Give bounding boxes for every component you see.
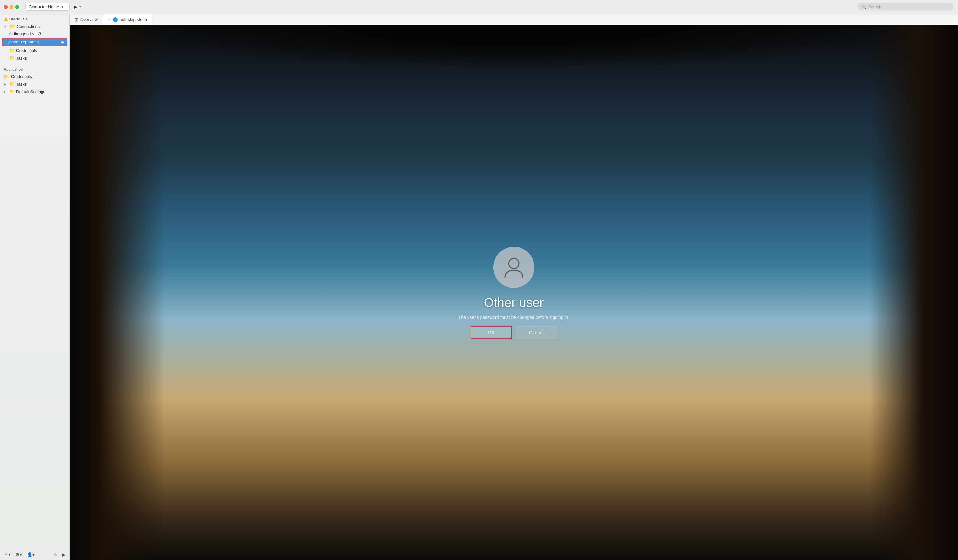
hub-step-stone-label: hub-step-stone [11, 40, 39, 44]
tasks2-label: Tasks [16, 82, 27, 86]
tab-close-icon[interactable]: ✕ [108, 18, 111, 21]
main-content: Other user The user's password must be c… [70, 25, 479, 280]
minimize-button[interactable] [10, 5, 13, 9]
tab-overview[interactable]: ⊞ Overview [70, 14, 103, 25]
default-settings-label: Default Settings [16, 89, 45, 94]
login-dialog: Other user The user's password must be c… [458, 247, 479, 280]
credentials1-label: Credentials [16, 48, 37, 53]
sidebar-item-hub-step-stone[interactable]: ⬡ hub-step-stone ⏏ [2, 38, 68, 46]
sidebar: ⚠️ Oracle TSX ▼ 📁 Connections ⬡ ihoogend… [0, 14, 70, 280]
folder-icon-tasks2: 📁 [9, 81, 14, 86]
play-icon: ▶ [74, 5, 77, 9]
title-bar: Computer Name ▼ ▶ ▼ 🔍 Search [0, 0, 479, 14]
sidebar-item-credentials1[interactable]: 📁 Credentials [0, 46, 69, 54]
active-tab-label: hub-step-stone [119, 17, 147, 22]
credentials2-label: Credentials [11, 74, 32, 79]
folder-icon: 📁 [10, 24, 15, 29]
application-label: Application [4, 67, 23, 71]
sidebar-item-tasks2[interactable]: ▶ 📁 Tasks [0, 80, 69, 88]
sidebar-item-ihoogend[interactable]: ⬡ ihoogend-vps3 [0, 30, 69, 37]
computer-name-dropdown[interactable]: Computer Name ▼ [25, 3, 70, 11]
app-title: ⚠️ Oracle TSX [0, 14, 69, 22]
expand-icon: ▼ [4, 25, 7, 28]
tab-bar: ⊞ Overview ✕ hub-step-stone [70, 14, 479, 25]
sidebar-item-connections[interactable]: ▼ 📁 Connections [0, 22, 69, 30]
sidebar-item-default-settings[interactable]: ▶ 📁 Default Settings [0, 88, 69, 95]
computer-name-label: Computer Name [29, 5, 59, 9]
cave-top [70, 25, 479, 89]
connection-icon: ⬡ [9, 32, 12, 36]
application-section-header: Application [0, 64, 69, 73]
sidebar-item-tasks1[interactable]: 📁 Tasks [0, 54, 69, 62]
dropdown-arrow-icon: ▼ [61, 5, 64, 8]
hub-connection-icon: ⬡ [6, 40, 10, 44]
expand-arrow-tasks: ▶ [4, 82, 6, 86]
maximize-button[interactable] [15, 5, 19, 9]
grid-icon: ⊞ [75, 17, 79, 22]
traffic-lights [0, 5, 19, 9]
expand-arrow-defaults: ▶ [4, 90, 6, 94]
eject-icon: ⏏ [61, 40, 64, 44]
tab-hub-step-stone[interactable]: ✕ hub-step-stone [103, 14, 152, 25]
sidebar-item-credentials2[interactable]: 📁 Credentials [0, 73, 69, 80]
folder-icon-tasks1: 📁 [9, 56, 14, 60]
play-button[interactable]: ▶ ▼ [72, 3, 84, 10]
play-dropdown-icon: ▼ [79, 5, 82, 8]
ihoogend-label: ihoogend-vps3 [14, 31, 41, 36]
tasks1-label: Tasks [16, 56, 27, 60]
folder-icon-credentials1: 📁 [9, 48, 14, 53]
tab-connection-dot [113, 17, 117, 22]
warning-icon: ⚠️ [4, 17, 8, 21]
connections-label: Connections [17, 24, 40, 29]
overview-tab-label: Overview [81, 17, 98, 22]
title-bar-controls: Computer Name ▼ ▶ ▼ [25, 3, 84, 11]
close-button[interactable] [4, 5, 8, 9]
folder-icon-defaults: 📁 [9, 89, 14, 94]
folder-icon-credentials2: 📁 [4, 74, 9, 79]
